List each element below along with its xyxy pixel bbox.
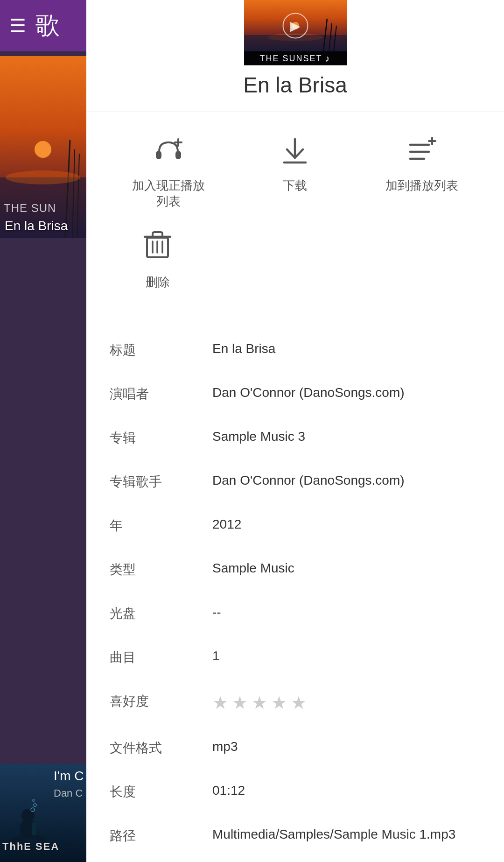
meta-key-albumartist: 专辑歌手 — [110, 473, 212, 491]
star-1[interactable]: ★ — [212, 692, 228, 713]
meta-key-title: 标题 — [110, 341, 212, 359]
star-3[interactable]: ★ — [252, 692, 267, 713]
download-button[interactable]: 下载 — [248, 135, 342, 194]
album-card-bottom[interactable]: I'm C Dan C ThhE SEA — [0, 764, 86, 862]
metadata-row-genre: 类型 Sample Music — [86, 548, 504, 592]
svg-point-1 — [35, 141, 51, 158]
star-5[interactable]: ★ — [291, 692, 307, 713]
play-button[interactable]: ▶ — [282, 13, 308, 39]
add-to-playlist-label: 加到播放列表 — [385, 178, 458, 194]
metadata-row-format: 文件格式 mp3 — [86, 726, 504, 770]
meta-value-disc: -- — [212, 605, 481, 620]
thumb-image: ▶ — [244, 0, 347, 51]
album-top-song: En la Brisa — [5, 219, 68, 233]
play-icon: ▶ — [290, 18, 301, 34]
meta-value-artist: Dan O'Connor (DanoSongs.com) — [212, 385, 481, 400]
stars-rating[interactable]: ★ ★ ★ ★ ★ — [212, 692, 481, 713]
add-to-now-playing-label: 加入现正播放列表 — [132, 178, 205, 210]
header-bar: ☰ 歌 — [0, 0, 86, 51]
bottom-song-title: I'm C — [54, 769, 84, 784]
metadata-divider — [86, 314, 504, 314]
actions-row: 加入现正播放列表 下载 — [86, 126, 504, 219]
page-title: 歌 — [35, 9, 60, 42]
metadata-row-path: 路径 Multimedia/Samples/Sample Music 1.mp3 — [86, 814, 504, 858]
delete-icon — [142, 228, 173, 267]
meta-value-year: 2012 — [212, 517, 481, 532]
download-label: 下载 — [283, 178, 307, 194]
metadata-row-artist: 演唱者 Dan O'Connor (DanoSongs.com) — [86, 372, 504, 416]
meta-key-artist: 演唱者 — [110, 385, 212, 403]
meta-key-year: 年 — [110, 517, 212, 535]
meta-value-rating[interactable]: ★ ★ ★ ★ ★ — [212, 692, 481, 713]
meta-value-duration: 01:12 — [212, 783, 481, 798]
meta-key-disc: 光盘 — [110, 605, 212, 622]
download-icon — [279, 135, 311, 170]
svg-point-9 — [21, 809, 35, 822]
star-2[interactable]: ★ — [232, 692, 248, 713]
add-to-playlist-icon — [406, 135, 438, 170]
metadata-row-album: 专辑 Sample Music 3 — [86, 416, 504, 460]
metadata-row-rating: 喜好度 ★ ★ ★ ★ ★ — [86, 679, 504, 726]
delete-label: 删除 — [146, 274, 170, 290]
meta-key-track: 曲目 — [110, 649, 212, 666]
metadata-row-duration: 长度 01:12 — [86, 770, 504, 814]
meta-value-albumartist: Dan O'Connor (DanoSongs.com) — [212, 473, 481, 488]
meta-value-genre: Sample Music — [212, 561, 481, 576]
track-title: En la Brisa — [86, 72, 504, 98]
meta-key-format: 文件格式 — [110, 739, 212, 757]
now-playing-label: THE SUNSET ♪ — [244, 51, 347, 65]
svg-rect-24 — [175, 151, 181, 159]
title-divider — [86, 112, 504, 112]
album-card-top[interactable]: THE SUN En la Brisa — [0, 56, 86, 238]
meta-value-title: En la Brisa — [212, 341, 481, 356]
svg-point-6 — [6, 170, 80, 184]
metadata-row-year: 年 2012 — [86, 504, 504, 548]
now-playing-thumbnail[interactable]: ▶ THE SUNSET ♪ — [244, 0, 347, 65]
star-4[interactable]: ★ — [271, 692, 287, 713]
add-to-playlist-button[interactable]: 加到播放列表 — [375, 135, 469, 194]
metadata-row-track: 曲目 1 — [86, 636, 504, 679]
delete-row: 删除 — [86, 219, 504, 300]
add-to-now-playing-button[interactable]: 加入现正播放列表 — [122, 135, 215, 210]
delete-button[interactable]: 删除 — [142, 228, 173, 290]
meta-key-path: 路径 — [110, 827, 212, 845]
metadata-row-albumartist: 专辑歌手 Dan O'Connor (DanoSongs.com) — [86, 460, 504, 504]
meta-key-rating: 喜好度 — [110, 692, 212, 710]
meta-value-format: mp3 — [212, 739, 481, 754]
svg-rect-12 — [32, 822, 36, 835]
meta-key-genre: 类型 — [110, 561, 212, 579]
meta-value-track: 1 — [212, 649, 481, 664]
svg-rect-23 — [156, 151, 161, 159]
hamburger-icon[interactable]: ☰ — [9, 16, 26, 35]
meta-key-album: 专辑 — [110, 429, 212, 447]
bottom-artist: Dan C — [54, 787, 83, 799]
meta-key-duration: 长度 — [110, 783, 212, 801]
meta-value-path: Multimedia/Samples/Sample Music 1.mp3 — [212, 827, 481, 842]
album-top-sun-label: THE SUN — [4, 202, 56, 215]
metadata-section: 标题 En la Brisa 演唱者 Dan O'Connor (DanoSon… — [86, 328, 504, 858]
now-playing-title: THE SUNSET — [259, 54, 322, 64]
meta-value-album: Sample Music 3 — [212, 429, 481, 444]
music-note-icon: ♪ — [325, 53, 331, 64]
metadata-row-title: 标题 En la Brisa — [86, 328, 504, 372]
main-panel: ▶ THE SUNSET ♪ En la Brisa — [86, 0, 504, 862]
the-sea-label: ThhE SEA — [2, 841, 59, 853]
add-to-now-playing-icon — [152, 135, 185, 170]
metadata-row-disc: 光盘 -- — [86, 592, 504, 636]
